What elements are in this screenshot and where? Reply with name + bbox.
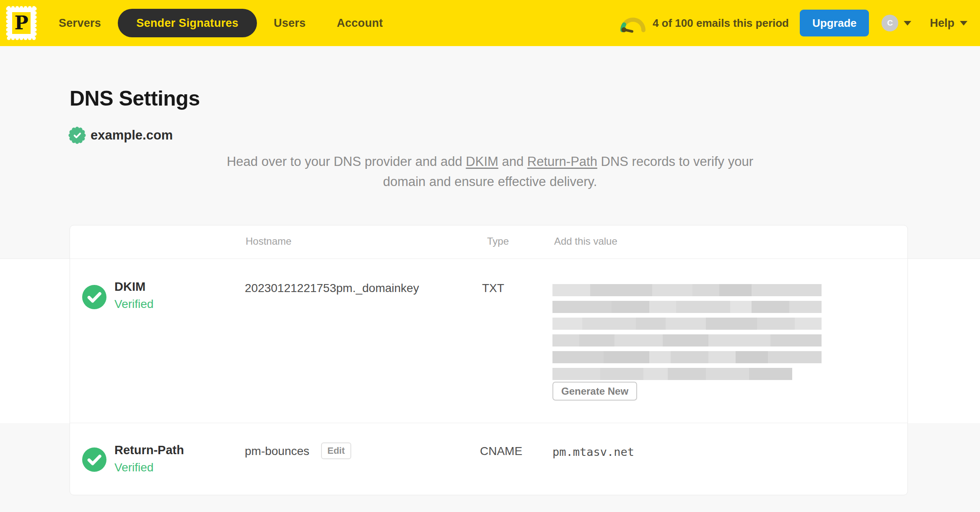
intro-text: Head over to your DNS provider and add D… <box>0 152 980 192</box>
record-status-return-path: Verified <box>114 461 153 474</box>
verified-check-icon <box>82 447 106 472</box>
page-title: DNS Settings <box>70 86 200 111</box>
logo-letter: P <box>14 12 28 34</box>
generate-new-button[interactable]: Generate New <box>552 382 637 401</box>
main-content: DNS Settings example.com Head over to yo… <box>0 46 980 512</box>
edit-return-path-button[interactable]: Edit <box>321 442 351 459</box>
help-label: Help <box>930 17 954 30</box>
table-divider <box>70 259 907 259</box>
nav-item-account[interactable]: Account <box>337 17 383 30</box>
dkim-link[interactable]: DKIM <box>466 154 498 169</box>
column-header-type: Type <box>487 235 509 247</box>
nav-item-users[interactable]: Users <box>274 17 306 30</box>
chevron-down-icon <box>960 21 967 26</box>
verified-check-icon <box>82 285 106 309</box>
intro-part2: and <box>498 154 527 169</box>
column-header-hostname: Hostname <box>246 235 291 247</box>
return-path-link[interactable]: Return-Path <box>527 154 597 169</box>
redacted-dkim-value <box>552 334 822 347</box>
column-header-add-this-value: Add this value <box>554 235 617 247</box>
table-divider <box>70 423 907 423</box>
help-menu[interactable]: Help <box>930 17 967 30</box>
redacted-dkim-value <box>552 284 822 296</box>
record-hostname-return-path: pm-bounces <box>245 445 309 458</box>
usage-gauge-icon <box>619 12 647 34</box>
record-name-return-path: Return-Path <box>114 443 184 457</box>
record-value-return-path: pm.mtasv.net <box>552 445 634 458</box>
avatar[interactable]: C <box>881 15 898 31</box>
postmark-stamp-logo[interactable]: P <box>5 5 38 41</box>
domain-name: example.com <box>91 128 173 143</box>
postmark-app: P Servers Sender Signatures Users Accoun… <box>0 0 980 512</box>
record-hostname-dkim: 20230121221753pm._domainkey <box>245 282 419 295</box>
redacted-dkim-value <box>552 368 792 380</box>
nav-item-sender-signatures-active[interactable]: Sender Signatures <box>118 9 257 37</box>
verified-seal-icon <box>68 127 86 144</box>
intro-part1: Head over to your DNS provider and add <box>227 154 466 169</box>
record-type-return-path: CNAME <box>480 445 522 458</box>
redacted-dkim-value <box>552 351 822 363</box>
chevron-down-icon <box>904 21 911 26</box>
verified-domain: example.com <box>68 127 173 144</box>
upgrade-button[interactable]: Upgrade <box>800 10 869 36</box>
record-type-dkim: TXT <box>482 282 504 295</box>
redacted-dkim-value <box>552 318 822 330</box>
top-nav-bar: P Servers Sender Signatures Users Accoun… <box>0 0 980 46</box>
nav-item-servers[interactable]: Servers <box>59 17 101 30</box>
header-right-cluster: 4 of 100 emails this period Upgrade C He… <box>619 10 967 36</box>
account-menu[interactable]: C <box>881 15 911 31</box>
redacted-dkim-value <box>552 301 822 313</box>
usage-status-text: 4 of 100 emails this period <box>653 17 789 30</box>
record-status-dkim: Verified <box>114 297 153 311</box>
record-name-dkim: DKIM <box>114 280 145 294</box>
